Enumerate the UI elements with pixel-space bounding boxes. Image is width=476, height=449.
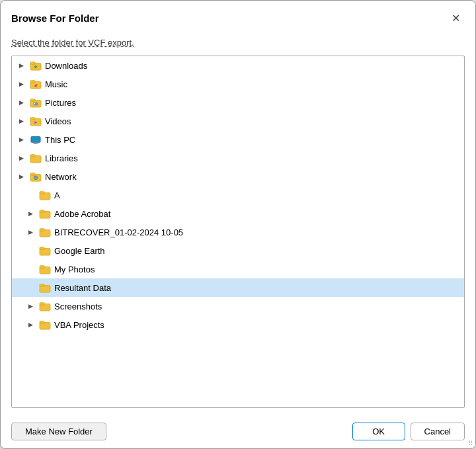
svg-rect-35	[40, 321, 44, 324]
expand-arrow-resultant-data	[25, 282, 36, 293]
folder-label-this-pc: This PC	[45, 135, 75, 145]
svg-rect-1	[30, 62, 35, 65]
folder-label-music: Music	[45, 79, 67, 89]
svg-rect-3	[30, 81, 35, 83]
folder-item-a[interactable]: A	[12, 186, 464, 204]
folder-label-videos: Videos	[45, 116, 71, 126]
title-bar: Browse For Folder ✕	[1, 1, 475, 34]
svg-rect-21	[40, 192, 44, 194]
folder-label-vba-projects: VBA Projects	[54, 320, 104, 330]
expand-arrow-libraries[interactable]: ▶	[16, 153, 26, 163]
svg-rect-25	[40, 229, 44, 231]
expand-arrow-my-photos	[25, 264, 36, 274]
folder-icon-resultant-data	[38, 281, 52, 294]
footer: Make New Folder OK Cancel	[1, 415, 475, 448]
folder-item-screenshots[interactable]: ▶ Screenshots	[12, 297, 464, 315]
expand-arrow-music[interactable]: ▶	[16, 79, 26, 89]
subtitle: Select the folder for VCF export.	[1, 34, 475, 56]
folder-label-my-photos: My Photos	[54, 265, 95, 274]
svg-rect-27	[40, 247, 44, 250]
svg-rect-31	[40, 284, 44, 287]
folder-label-resultant-data: Resultant Data	[54, 283, 111, 293]
svg-rect-23	[40, 210, 44, 213]
folder-icon-bitrecover	[38, 225, 52, 239]
svg-rect-12	[31, 137, 40, 143]
folder-item-resultant-data[interactable]: Resultant Data	[12, 278, 464, 297]
svg-rect-16	[30, 155, 35, 157]
browse-for-folder-dialog: Browse For Folder ✕ Select the folder fo…	[0, 0, 476, 449]
folder-icon-vba-projects	[38, 318, 52, 331]
folder-label-libraries: Libraries	[45, 153, 78, 163]
expand-arrow-adobe-acrobat[interactable]: ▶	[25, 208, 36, 219]
svg-rect-33	[40, 303, 44, 306]
expand-arrow-screenshots[interactable]: ▶	[25, 301, 36, 311]
footer-right-buttons: OK Cancel	[352, 423, 465, 440]
folder-item-google-earth[interactable]: Google Earth	[12, 241, 464, 260]
folder-item-bitrecover[interactable]: ▶ BITRECOVER_01-02-2024 10-05	[12, 223, 464, 241]
folder-label-downloads: Downloads	[45, 61, 87, 71]
expand-arrow-a	[25, 190, 36, 200]
expand-arrow-pictures[interactable]: ▶	[16, 97, 26, 108]
folder-item-downloads[interactable]: ▶ Downloads	[12, 56, 464, 75]
folder-icon-adobe-acrobat	[38, 207, 52, 220]
folder-tree-scroll[interactable]: ▶ Downloads▶ Music▶ Pictures▶ Videos▶ Th…	[12, 56, 464, 374]
pc-icon-this-pc	[29, 133, 42, 146]
ok-button[interactable]: OK	[352, 423, 405, 440]
cancel-button[interactable]: Cancel	[411, 423, 465, 440]
svg-rect-10	[30, 118, 35, 120]
folder-item-videos[interactable]: ▶ Videos	[12, 112, 464, 130]
svg-rect-14	[33, 143, 39, 144]
videos-icon-videos	[29, 114, 42, 128]
folder-icon-libraries	[29, 151, 42, 165]
folder-label-a: A	[54, 190, 60, 200]
folder-item-pictures[interactable]: ▶ Pictures	[12, 93, 464, 112]
expand-arrow-vba-projects[interactable]: ▶	[25, 319, 36, 330]
expand-arrow-downloads[interactable]: ▶	[16, 60, 26, 71]
resize-grip: ⠿	[468, 440, 473, 447]
folder-item-this-pc[interactable]: ▶ This PC	[12, 130, 464, 149]
folder-tree-container: ▶ Downloads▶ Music▶ Pictures▶ Videos▶ Th…	[11, 56, 465, 408]
svg-rect-29	[40, 266, 44, 268]
expand-arrow-this-pc[interactable]: ▶	[16, 134, 26, 145]
folder-label-google-earth: Google Earth	[54, 246, 105, 256]
download-icon-downloads	[29, 59, 42, 72]
folder-icon-google-earth	[38, 244, 52, 257]
expand-arrow-google-earth	[25, 245, 36, 256]
svg-rect-6	[30, 99, 35, 102]
folder-icon-my-photos	[38, 263, 52, 276]
folder-label-bitrecover: BITRECOVER_01-02-2024 10-05	[54, 227, 183, 237]
folder-item-adobe-acrobat[interactable]: ▶ Adobe Acrobat	[12, 204, 464, 223]
folder-icon-a	[38, 188, 52, 202]
music-icon-music	[29, 77, 42, 91]
folder-item-my-photos[interactable]: My Photos	[12, 260, 464, 278]
make-new-folder-button[interactable]: Make New Folder	[11, 423, 106, 440]
folder-item-network[interactable]: ▶ Network	[12, 167, 464, 186]
expand-arrow-videos[interactable]: ▶	[16, 116, 26, 126]
expand-arrow-bitrecover[interactable]: ▶	[25, 227, 36, 237]
svg-point-8	[34, 103, 35, 104]
network-icon-network	[29, 170, 42, 183]
folder-label-adobe-acrobat: Adobe Acrobat	[54, 209, 110, 219]
folder-item-vba-projects[interactable]: ▶ VBA Projects	[12, 315, 464, 334]
dialog-title: Browse For Folder	[11, 13, 99, 24]
folder-item-music[interactable]: ▶ Music	[12, 75, 464, 93]
pictures-icon-pictures	[29, 96, 42, 109]
svg-rect-13	[34, 142, 37, 143]
svg-rect-18	[30, 173, 35, 176]
folder-item-libraries[interactable]: ▶ Libraries	[12, 149, 464, 167]
expand-arrow-network[interactable]: ▶	[16, 171, 26, 182]
folder-label-network: Network	[45, 172, 77, 182]
folder-icon-screenshots	[38, 300, 52, 313]
folder-label-pictures: Pictures	[45, 98, 76, 108]
close-button[interactable]: ✕	[446, 9, 465, 27]
folder-label-screenshots: Screenshots	[54, 302, 102, 311]
